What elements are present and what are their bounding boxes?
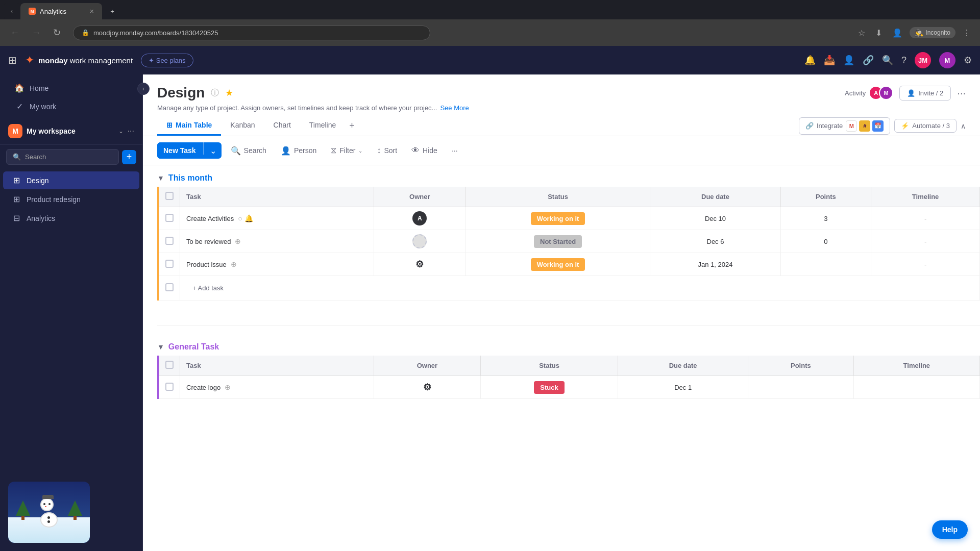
active-browser-tab[interactable]: M Analytics × <box>20 3 102 19</box>
forward-btn[interactable]: → <box>28 26 45 40</box>
status-cell[interactable]: Not Started <box>465 230 650 253</box>
inbox-icon[interactable]: 📥 <box>824 55 835 66</box>
help-icon[interactable]: ? <box>901 55 906 66</box>
activity-btn[interactable]: Activity A M <box>845 86 893 100</box>
status-badge-not-started[interactable]: Not Started <box>534 235 582 248</box>
sidebar-item-home[interactable]: 🏠 Home <box>6 79 136 97</box>
select-all-g-checkbox[interactable] <box>165 361 174 369</box>
row-checkbox[interactable] <box>159 230 180 253</box>
due-date-column-header: Due date <box>650 187 780 207</box>
page-more-btn[interactable]: ··· <box>957 87 966 99</box>
row-2-checkbox[interactable] <box>165 237 174 245</box>
sidebar-nav: ⊞ Design ··· ⊞ Product redesign ⊟ Analyt… <box>0 169 142 230</box>
task-add-icon-2[interactable]: ⊕ <box>231 260 237 268</box>
task-complete-icon[interactable]: ○ <box>238 214 242 222</box>
task-add-icon[interactable]: ⊕ <box>235 237 241 245</box>
status-cell[interactable]: Working on it <box>465 253 650 276</box>
row-3-checkbox[interactable] <box>165 260 174 268</box>
refresh-btn[interactable]: ↻ <box>49 25 65 40</box>
page-star-icon[interactable]: ★ <box>225 87 233 98</box>
group-toggle-general[interactable]: ▼ <box>157 343 164 351</box>
sidebar-item-my-work[interactable]: ✓ My work <box>6 97 136 115</box>
notification-icon[interactable]: 🔔 <box>804 55 816 66</box>
status-cell[interactable]: Working on it <box>465 207 650 230</box>
bookmark-icon[interactable]: ☆ <box>855 26 868 40</box>
status-badge-stuck[interactable]: Stuck <box>534 381 564 394</box>
search-icon[interactable]: 🔍 <box>882 55 893 66</box>
row-g1-checkbox[interactable] <box>165 383 174 391</box>
user-avatar[interactable]: JM <box>915 52 931 68</box>
new-task-dropdown-btn[interactable]: ⌄ <box>205 142 222 159</box>
workspace-chevron-icon[interactable]: ⌄ <box>118 128 124 135</box>
automate-btn[interactable]: ⚡ Automate / 3 <box>894 119 957 133</box>
sidebar-add-btn[interactable]: + <box>122 150 136 164</box>
tab-chart[interactable]: Chart <box>264 116 300 136</box>
tab-timeline[interactable]: Timeline <box>300 116 345 136</box>
timeline-cell-g <box>853 376 979 399</box>
owner-avatar-empty[interactable] <box>412 234 427 248</box>
see-more-link[interactable]: See More <box>440 104 469 112</box>
sidebar-search-box[interactable]: 🔍 Search <box>6 149 119 165</box>
back-tab-btn[interactable]: ‹ <box>4 3 19 19</box>
user-avatar-2[interactable]: M <box>939 52 955 68</box>
tab-main-table[interactable]: ⊞ Main Table <box>157 116 221 136</box>
toolbar-more-btn[interactable]: ··· <box>447 143 463 158</box>
new-task-btn[interactable]: New Task <box>157 142 202 159</box>
toolbar-filter-btn[interactable]: ⧖ Filter ⌄ <box>326 143 368 158</box>
status-badge-working[interactable]: Working on it <box>531 212 585 225</box>
address-bar[interactable]: 🔒 moodjoy.monday.com/boards/1830420525 <box>73 26 430 40</box>
points-cell <box>780 253 871 276</box>
group-toggle-this-month[interactable]: ▼ <box>157 174 164 182</box>
sidebar-item-product-redesign[interactable]: ⊞ Product redesign <box>3 190 139 208</box>
collapse-btn[interactable]: ∧ <box>961 122 966 130</box>
toolbar-person-btn[interactable]: 👤 Person <box>276 143 322 159</box>
toolbar-search-btn[interactable]: 🔍 Search <box>226 143 272 159</box>
toolbar-hide-btn[interactable]: 👁 Hide <box>406 143 443 158</box>
select-all-checkbox[interactable] <box>165 192 174 200</box>
invite-icon[interactable]: 👤 <box>843 55 854 66</box>
status-cell-g[interactable]: Stuck <box>480 376 618 399</box>
task-update-icon[interactable]: 🔔 <box>244 214 253 222</box>
add-task-cell[interactable]: + Add task <box>180 276 980 300</box>
owner-avatar-dark[interactable]: A <box>412 211 427 226</box>
download-icon[interactable]: ⬇ <box>872 26 885 40</box>
group-title-general[interactable]: General Task <box>168 342 219 352</box>
owner-avatar-gear[interactable]: ⚙ <box>412 257 427 271</box>
sidebar-item-design[interactable]: ⊞ Design ··· <box>3 171 139 189</box>
group-title-this-month[interactable]: This month <box>168 173 212 183</box>
add-task-row[interactable]: + Add task <box>159 276 980 300</box>
new-tab-btn[interactable]: + <box>103 3 121 19</box>
toolbar-sort-btn[interactable]: ↕ Sort <box>372 143 402 158</box>
due-date-column-header-g: Due date <box>618 356 748 376</box>
tab-add-btn[interactable]: + <box>345 116 359 135</box>
workspace-more-icon[interactable]: ··· <box>128 127 134 136</box>
app-header: ⊞ ✦ monday work management ✦ See plans 🔔… <box>0 46 980 74</box>
owner-cell <box>374 230 466 253</box>
integrate-btn[interactable]: 🔗 Integrate M # 📅 <box>799 117 890 135</box>
sidebar-item-analytics[interactable]: ⊟ Analytics <box>3 209 139 227</box>
row-checkbox[interactable] <box>159 253 180 276</box>
table-row: Create logo ⊕ ⚙ <box>159 376 980 399</box>
task-add-icon-g[interactable]: ⊕ <box>225 383 231 391</box>
row-1-checkbox[interactable] <box>165 214 174 222</box>
owner-avatar-gear-g[interactable]: ⚙ <box>420 380 434 394</box>
task-name-cell-g: Create logo ⊕ <box>180 376 374 399</box>
status-badge-working-2[interactable]: Working on it <box>531 258 585 271</box>
due-date-cell: Dec 6 <box>650 230 780 253</box>
tab-close-btn[interactable]: × <box>90 7 94 15</box>
help-btn[interactable]: Help <box>932 520 968 539</box>
see-plans-btn[interactable]: ✦ See plans <box>141 54 193 67</box>
back-btn[interactable]: ← <box>6 26 23 40</box>
page-info-icon[interactable]: ⓘ <box>211 88 219 98</box>
settings-icon[interactable]: ⚙ <box>964 55 972 66</box>
profile-icon[interactable]: 👤 <box>889 26 905 40</box>
person-icon: 👤 <box>907 89 915 97</box>
tab-kanban[interactable]: Kanban <box>221 116 264 136</box>
grid-menu-icon[interactable]: ⊞ <box>8 54 17 66</box>
row-checkbox[interactable] <box>159 207 180 230</box>
share-icon[interactable]: 🔗 <box>863 55 874 66</box>
extensions-icon[interactable]: ⋮ <box>960 26 974 40</box>
page-tabs: ⊞ Main Table Kanban Chart Timeline + <box>157 116 966 136</box>
invite-btn[interactable]: 👤 Invite / 2 <box>899 86 951 101</box>
sidebar-collapse-btn[interactable]: ‹ <box>137 83 150 95</box>
